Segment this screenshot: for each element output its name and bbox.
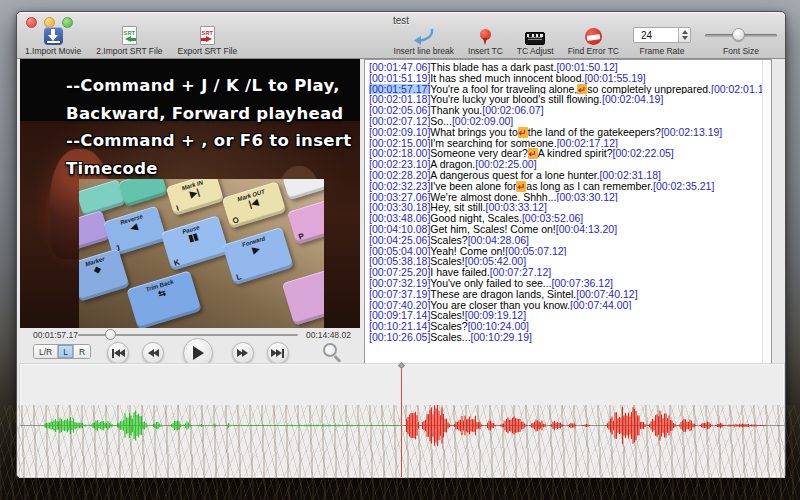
start-timecode[interactable]: [00:05:04.00] [369,246,430,257]
end-timecode[interactable]: [00:02:25.00] [475,159,536,170]
subtitle-row[interactable]: [00:07:40.20]You are closer than you kno… [369,300,762,311]
zoom-waveform-icon[interactable] [323,343,337,357]
subtitle-row[interactable]: [00:09:17.14]Scales![00:09:19.12] [369,310,762,321]
end-timecode[interactable]: [00:02:35.21] [653,181,714,192]
start-timecode[interactable]: [00:01:47.06] [369,62,430,73]
video-player[interactable]: Mark IN▶|IMark OUT|◀OPReverse◀JPause▮▮KF… [20,59,360,328]
end-timecode[interactable]: [00:01:55.19] [584,73,645,84]
start-timecode[interactable]: [00:03:48.06] [369,213,430,224]
end-timecode[interactable]: [00:02:31.18] [600,170,661,181]
end-timecode[interactable]: [00:10:24.00] [468,321,529,332]
end-timecode[interactable]: [00:03:33.12] [486,202,547,213]
subtitle-row[interactable]: [00:02:05.06]Thank you.[00:02:06.07] [369,105,762,116]
start-timecode[interactable]: [00:02:23.10] [369,159,430,170]
end-timecode[interactable]: [00:07:36.12] [552,278,613,289]
title-bar[interactable]: test 1.Import Movie SRT 2.Import SRT Fil… [17,12,785,59]
start-timecode[interactable]: [00:02:07.12] [369,116,430,127]
channel-option-lr[interactable]: L/R [34,345,58,358]
end-timecode[interactable]: [00:02:04.19] [602,94,663,105]
end-timecode[interactable]: [00:02:17.12] [557,138,618,149]
start-timecode[interactable]: [00:05:38.18] [369,256,430,267]
subtitle-row[interactable]: [00:01:47.06]This blade has a dark past.… [369,62,762,73]
start-timecode[interactable]: [00:02:09.10] [369,127,430,138]
start-timecode[interactable]: [00:01:57.17] [369,84,430,95]
seek-slider[interactable] [78,328,298,341]
subtitle-row[interactable]: [00:02:15.00]I'm searching for someone.[… [369,138,762,149]
subtitle-row[interactable]: [00:04:10.08]Get him, Scales! Come on![0… [369,224,762,235]
end-timecode[interactable]: [00:02:01.11] [711,84,762,95]
end-timecode[interactable]: [00:10:29.19] [471,332,532,343]
subtitle-row[interactable]: [00:02:18.00]Someone very dear?↵A kindre… [369,148,762,159]
subtitle-row[interactable]: [00:04:25.06]Scales?[00:04:28.06] [369,235,762,246]
subtitle-row[interactable]: [00:05:38.18]Scales![00:05:42.00] [369,256,762,267]
channel-selector[interactable]: L/R L R [33,344,91,359]
subtitle-row[interactable]: [00:02:23.10]A dragon.[00:02:25.00] [369,159,762,170]
end-timecode[interactable]: [00:03:30.12] [556,192,617,203]
start-timecode[interactable]: [00:07:37.19] [369,289,430,300]
find-error-tc-button[interactable]: Find Error TC [568,27,619,56]
start-timecode[interactable]: [00:04:25.06] [369,235,430,246]
start-timecode[interactable]: [00:01:51.19] [369,73,430,84]
end-timecode[interactable]: [00:02:22.05] [612,148,673,159]
subtitle-row[interactable]: [00:07:37.19]These are dragon lands, Sin… [369,289,762,300]
end-timecode[interactable]: [00:04:13.20] [556,224,617,235]
subtitle-list[interactable]: [00:01:47.06]This blade has a dark past.… [365,60,762,363]
start-timecode[interactable]: [00:03:30.18] [369,202,430,213]
rewind-button[interactable] [142,342,164,364]
subtitle-row[interactable]: [00:05:04.00]Yeah! Come on![00:05:07.12] [369,246,762,257]
end-timecode[interactable]: [00:07:40.12] [576,289,637,300]
subtitle-row[interactable]: [00:02:07.12]So...[00:02:09.00] [369,116,762,127]
tc-adjust-button[interactable]: TC Adjust [517,28,554,56]
skip-to-start-button[interactable] [107,342,129,364]
end-timecode[interactable]: [00:01:50.12] [556,62,617,73]
start-timecode[interactable]: [00:02:28.20] [369,170,430,181]
subtitle-row[interactable]: [00:07:25.20]I have failed.[00:07:27.12] [369,267,762,278]
start-timecode[interactable]: [00:02:01.18] [369,94,430,105]
subtitle-row[interactable]: [00:03:48.06]Good night, Scales.[00:03:5… [369,213,762,224]
subtitle-row[interactable]: [00:02:28.20]A dangerous quest for a lon… [369,170,762,181]
start-timecode[interactable]: [00:10:21.14] [369,321,430,332]
subtitle-row[interactable]: [00:03:27.06]We're almost done. Shhh...[… [369,192,762,203]
insert-tc-button[interactable]: Insert TC [468,27,503,56]
end-timecode[interactable]: [00:02:06.07] [482,105,543,116]
start-timecode[interactable]: [00:10:26.05] [369,332,430,343]
end-timecode[interactable]: [00:09:19.12] [465,310,526,321]
subtitle-row[interactable]: [00:03:30.18]Hey, sit still.[00:03:33.12… [369,202,762,213]
start-timecode[interactable]: [00:07:40.20] [369,300,430,311]
subtitle-row[interactable]: [00:02:09.10]What brings you to↵the land… [369,127,762,138]
end-timecode[interactable]: [00:04:28.06] [468,235,529,246]
waveform-panel[interactable] [20,364,784,477]
start-timecode[interactable]: [00:03:27.06] [369,192,430,203]
start-timecode[interactable]: [00:02:32.23] [369,181,430,192]
start-timecode[interactable]: [00:04:10.08] [369,224,430,235]
stepper-arrows-icon[interactable] [678,28,690,42]
import-srt-button[interactable]: SRT 2.Import SRT File [96,26,162,56]
subtitle-row[interactable]: [00:07:32.19]You've only failed to see..… [369,278,762,289]
frame-rate-stepper[interactable]: 24 [633,27,691,43]
subtitle-row[interactable]: [00:01:51.19]It has shed much innocent b… [369,73,762,84]
end-timecode[interactable]: [00:02:09.00] [452,116,513,127]
end-timecode[interactable]: [00:02:13.19] [661,127,722,138]
skip-to-end-button[interactable] [267,342,289,364]
fast-forward-button[interactable] [232,342,254,364]
start-timecode[interactable]: [00:02:18.00] [369,148,430,159]
subtitle-row[interactable]: [00:01:57.17]You're a fool for traveling… [369,84,762,95]
font-size-slider[interactable] [705,27,777,43]
start-timecode[interactable]: [00:02:15.00] [369,138,430,149]
end-timecode[interactable]: [00:03:52.06] [522,213,583,224]
subtitle-row[interactable]: [00:02:32.23]I've been alone for↵as long… [369,181,762,192]
subtitle-row[interactable]: [00:10:21.14]Scales?[00:10:24.00] [369,321,762,332]
end-timecode[interactable]: [00:05:07.12] [505,246,566,257]
export-srt-button[interactable]: SRT Export SRT File [178,26,238,56]
seek-thumb[interactable] [105,329,116,340]
subtitle-row[interactable]: [00:02:01.18]You're lucky your blood's s… [369,94,762,105]
end-timecode[interactable]: [00:07:27.12] [490,267,551,278]
scrollbar-track[interactable] [762,60,771,363]
import-movie-button[interactable]: 1.Import Movie [25,27,81,56]
start-timecode[interactable]: [00:07:25.20] [369,267,430,278]
insert-line-break-button[interactable]: Insert line break [394,28,454,56]
end-timecode[interactable]: [00:05:42.00] [465,256,526,267]
channel-option-r[interactable]: R [74,345,90,358]
slider-thumb[interactable] [732,28,745,41]
end-timecode[interactable]: [00:07:44.00] [570,300,631,311]
